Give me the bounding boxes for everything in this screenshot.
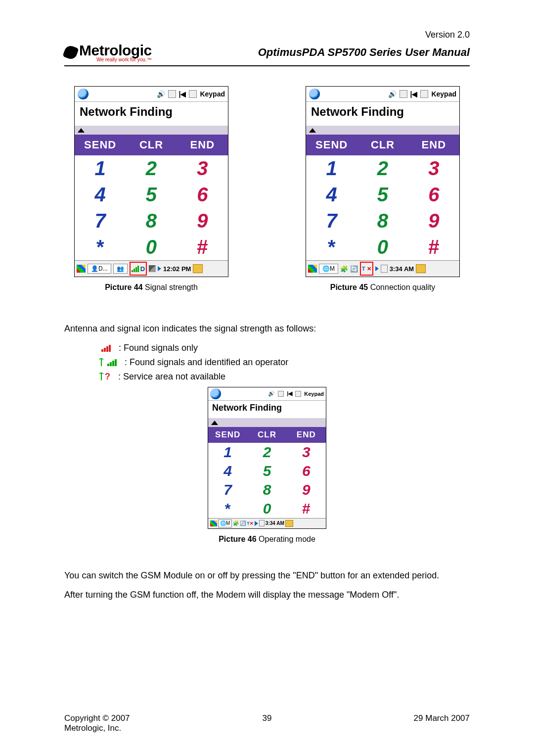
desktop-icon	[193, 264, 203, 273]
key-5[interactable]: 5	[357, 182, 408, 208]
key-5[interactable]: 5	[247, 462, 286, 480]
bullet-1-text: : Found signals only	[119, 343, 198, 353]
caption-pic46: Picture 46 Operating mode	[219, 535, 315, 544]
top-label: Keypad	[200, 90, 225, 98]
taskbar-time: 3:34 AM	[390, 265, 414, 273]
mail-icon	[278, 391, 284, 397]
key-hash[interactable]: #	[177, 234, 228, 260]
page-header: Metrologic We really work for you.™ Opti…	[64, 42, 470, 66]
top-label: Keypad	[304, 391, 324, 397]
send-button[interactable]: SEND	[208, 427, 247, 443]
key-star[interactable]: *	[306, 234, 357, 260]
key-1[interactable]: 1	[208, 443, 247, 462]
key-2[interactable]: 2	[126, 155, 177, 182]
speaker-icon: 🔊	[157, 90, 165, 98]
key-9[interactable]: 9	[287, 480, 326, 499]
key-4[interactable]: 4	[75, 182, 126, 208]
battery-icon	[381, 265, 388, 273]
end-button[interactable]: END	[287, 427, 326, 443]
key-3[interactable]: 3	[408, 155, 459, 182]
send-button[interactable]: SEND	[75, 135, 126, 155]
key-hash[interactable]: #	[408, 234, 459, 260]
up-arrow-bar	[208, 418, 326, 427]
key-9[interactable]: 9	[177, 208, 228, 234]
key-2[interactable]: 2	[357, 155, 408, 182]
key-4[interactable]: 4	[208, 462, 247, 480]
signal-bars-icon	[132, 265, 139, 272]
key-3[interactable]: 3	[287, 443, 326, 462]
key-5[interactable]: 5	[126, 182, 177, 208]
key-8[interactable]: 8	[357, 208, 408, 234]
key-6[interactable]: 6	[408, 182, 459, 208]
bullet-3-text: : Service area not available	[118, 372, 225, 382]
key-0[interactable]: 0	[357, 234, 408, 260]
key-0[interactable]: 0	[247, 499, 286, 518]
key-3[interactable]: 3	[177, 155, 228, 182]
screen-title: Network Finding	[306, 102, 459, 126]
sync-icon: 🔄	[240, 520, 246, 526]
arrow-right-icon	[375, 266, 379, 271]
key-hash[interactable]: #	[287, 499, 326, 518]
screen-title: Network Finding	[208, 401, 326, 418]
antenna-icon	[99, 373, 104, 380]
key-7[interactable]: 7	[208, 480, 247, 499]
key-7[interactable]: 7	[75, 208, 126, 234]
desktop-icon	[416, 264, 426, 273]
page-number: 39	[163, 713, 371, 733]
footer-date: 29 March 2007	[371, 713, 470, 733]
key-star[interactable]: *	[75, 234, 126, 260]
key-9[interactable]: 9	[408, 208, 459, 234]
taskbar-time: 12:02 PM	[163, 265, 191, 273]
send-button[interactable]: SEND	[306, 135, 357, 155]
screen-title: Network Finding	[75, 102, 228, 126]
antenna-icon	[99, 358, 104, 366]
logo-text: Metrologic	[79, 42, 152, 59]
key-2[interactable]: 2	[247, 443, 286, 462]
bullet-2-text: : Found signals and identified an operat…	[125, 357, 288, 368]
key-6[interactable]: 6	[287, 462, 326, 480]
signal-bars-green-icon	[105, 358, 117, 366]
key-0[interactable]: 0	[126, 234, 177, 260]
clr-button[interactable]: CLR	[126, 135, 177, 155]
copyright-line2: Metrologic, Inc.	[64, 723, 163, 733]
key-6[interactable]: 6	[177, 182, 228, 208]
arrow-right-icon	[158, 266, 161, 271]
arrow-right-icon	[255, 521, 258, 526]
end-button[interactable]: END	[408, 135, 459, 155]
version-label: Version 2.0	[64, 30, 470, 40]
desktop-icon	[285, 520, 293, 527]
globe-icon	[78, 89, 89, 99]
mail-icon	[400, 90, 407, 98]
taskbar-app: 👤 D...	[88, 264, 111, 274]
clr-button[interactable]: CLR	[357, 135, 408, 155]
speaker-icon: 🔊	[268, 390, 275, 397]
nav-left-icon: |◀	[410, 90, 418, 98]
key-8[interactable]: 8	[126, 208, 177, 234]
screenshot-pic45: 🔊 |◀ Keypad Network Finding SEND CLR END…	[306, 86, 460, 277]
start-icon	[77, 265, 86, 273]
clr-button[interactable]: CLR	[247, 427, 286, 443]
document-title: OptimusPDA SP5700 Series User Manual	[258, 46, 470, 59]
taskbar-status: 👥	[113, 264, 128, 274]
key-1[interactable]: 1	[75, 155, 126, 182]
key-4[interactable]: 4	[306, 182, 357, 208]
tx-icon: T✕	[247, 521, 254, 526]
caption-pic44: Picture 44 Signal strength	[105, 283, 198, 292]
caption-pic45: Picture 45 Connection quality	[330, 283, 436, 292]
nav-left-icon: |◀	[179, 90, 186, 98]
doc-icon	[189, 90, 197, 98]
logo-icon	[62, 44, 79, 60]
key-star[interactable]: *	[208, 499, 247, 518]
taskbar-app: 🌐M	[218, 520, 232, 527]
key-7[interactable]: 7	[306, 208, 357, 234]
globe-icon	[210, 388, 221, 399]
key-1[interactable]: 1	[306, 155, 357, 182]
logo: Metrologic We really work for you.™	[64, 42, 152, 62]
up-arrow-bar	[75, 126, 228, 135]
doc-icon	[295, 391, 301, 397]
status-icon: 🧩	[233, 520, 239, 526]
end-button[interactable]: END	[177, 135, 228, 155]
start-icon	[308, 265, 317, 273]
status-icon: 🧩	[340, 265, 348, 273]
key-8[interactable]: 8	[247, 480, 286, 499]
